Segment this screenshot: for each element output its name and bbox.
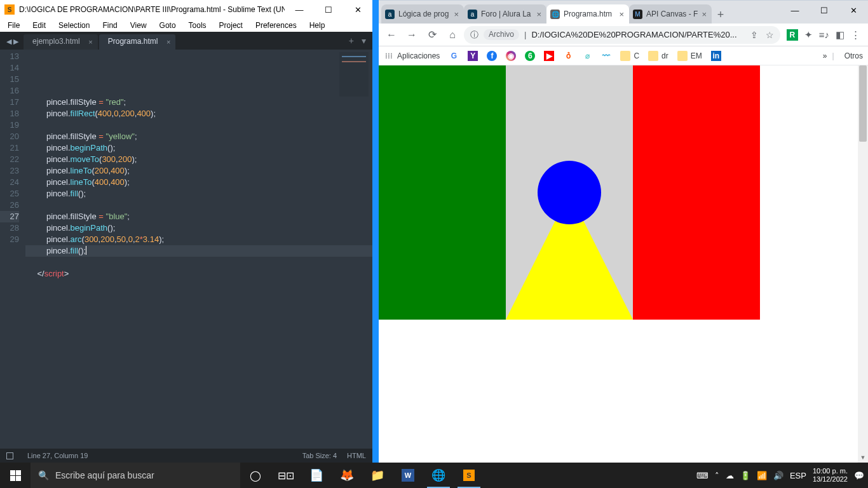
vertical-scrollbar[interactable]: ▲ ▼ bbox=[858, 65, 868, 463]
apps-shortcut[interactable]: ⁞⁞⁞ Aplicaciones bbox=[384, 51, 440, 61]
bookmark-item[interactable]: G bbox=[449, 51, 459, 61]
editor-tab-ejemplo3[interactable]: ejemplo3.html × bbox=[24, 34, 98, 50]
new-tab-button[interactable]: + bbox=[349, 36, 354, 46]
bookmark-item[interactable]: 6 bbox=[525, 51, 535, 61]
scroll-down-icon[interactable]: ▼ bbox=[858, 452, 868, 463]
bookmark-item[interactable]: C bbox=[620, 51, 639, 61]
extensions-area: R ✦ ≡♪ ◧ ⋮ bbox=[783, 29, 864, 41]
menu-project[interactable]: Project bbox=[214, 20, 248, 31]
status-syntax[interactable]: HTML bbox=[347, 452, 366, 459]
menu-selection[interactable]: Selection bbox=[53, 20, 95, 31]
taskbar-app-firefox[interactable]: 🦊 bbox=[332, 463, 362, 488]
bookmark-item[interactable]: dr bbox=[648, 51, 668, 61]
tab-overflow-button[interactable]: ▾ bbox=[362, 36, 366, 46]
tab-label: ejemplo3.html bbox=[32, 37, 80, 46]
editor-tab-programa[interactable]: Programa.html × bbox=[99, 34, 176, 50]
onedrive-icon[interactable]: ☁ bbox=[726, 471, 734, 480]
home-button[interactable]: ⌂ bbox=[444, 26, 461, 44]
side-panel-icon[interactable]: ◧ bbox=[836, 29, 844, 41]
menu-view[interactable]: View bbox=[125, 20, 152, 31]
menu-find[interactable]: Find bbox=[97, 20, 122, 31]
browser-tab[interactable]: 🌐Programa.htm× bbox=[546, 4, 629, 24]
browser-tab[interactable]: MAPI Canvas - F× bbox=[629, 4, 712, 24]
tab-close-icon[interactable]: × bbox=[535, 10, 543, 19]
site-info-icon[interactable]: ⓘ bbox=[470, 29, 478, 41]
other-bookmarks-label[interactable]: Otros bbox=[844, 51, 863, 60]
bookmark-item[interactable]: f bbox=[487, 51, 497, 61]
minimize-button[interactable]: — bbox=[780, 1, 810, 20]
tab-close-icon[interactable]: × bbox=[452, 10, 460, 19]
bookmark-item[interactable]: ▶ bbox=[544, 51, 554, 61]
status-caret[interactable]: Line 27, Column 19 bbox=[27, 452, 88, 459]
bookmark-item[interactable]: 〰 bbox=[601, 51, 611, 61]
line-gutter[interactable]: 1314151617181920212223242526272829 bbox=[0, 50, 25, 449]
bookmark-item[interactable]: ⌀ bbox=[582, 51, 592, 61]
extensions-puzzle-icon[interactable]: ✦ bbox=[804, 29, 813, 41]
bookmark-item[interactable]: ◉ bbox=[506, 51, 516, 61]
extension-r-icon[interactable]: R bbox=[787, 29, 798, 41]
tray-overflow-icon[interactable]: ˄ bbox=[715, 471, 719, 480]
tray-clock[interactable]: 10:00 p. m. 13/12/2022 bbox=[813, 467, 848, 484]
code-editor[interactable]: pincel.fillStyle = "red"; pincel.fillRec… bbox=[25, 50, 372, 449]
url-text: D:/IOGICA%20DE%20PROGRAMACION/PARTE%20..… bbox=[531, 30, 736, 39]
address-bar[interactable]: ⓘ Archivo | D:/IOGICA%20DE%20PROGRAMACIO… bbox=[464, 26, 780, 44]
tab-history-nav[interactable]: ◀ ▶ bbox=[4, 37, 24, 50]
taskbar-app-cortana[interactable]: ⊟⊡ bbox=[271, 463, 301, 488]
reload-button[interactable]: ⟳ bbox=[423, 26, 441, 44]
tab-title: Lógica de prog bbox=[398, 10, 449, 18]
volume-icon[interactable]: 🔊 bbox=[773, 471, 783, 480]
bookmark-item[interactable]: in bbox=[711, 51, 721, 61]
menu-help[interactable]: Help bbox=[304, 20, 330, 31]
bookmark-favicon: Y bbox=[468, 51, 478, 61]
window-splitter[interactable] bbox=[372, 0, 379, 463]
action-center-icon[interactable]: 💬 bbox=[854, 471, 864, 480]
taskbar-app-explorer[interactable]: 📁 bbox=[362, 463, 393, 488]
taskbar-app-notepad[interactable]: 📄 bbox=[301, 463, 332, 488]
browser-tab[interactable]: aForo | Alura La× bbox=[464, 4, 546, 24]
menu-file[interactable]: File bbox=[3, 20, 25, 31]
chrome-menu-icon[interactable]: ⋮ bbox=[851, 29, 860, 41]
menu-goto[interactable]: Goto bbox=[154, 20, 181, 31]
forward-button[interactable]: → bbox=[403, 26, 421, 44]
bookmark-star-icon[interactable]: ☆ bbox=[766, 30, 774, 40]
close-button[interactable]: ✕ bbox=[839, 1, 868, 20]
scroll-thumb[interactable] bbox=[859, 65, 867, 142]
input-language[interactable]: ESP bbox=[790, 471, 806, 480]
bookmark-item[interactable]: EM bbox=[677, 51, 702, 61]
sublime-titlebar[interactable]: S D:\IOGICA DE PROGRAMACION\PARTE III\Pr… bbox=[0, 0, 372, 19]
status-panel-toggle-icon[interactable] bbox=[6, 452, 13, 459]
maximize-button[interactable]: ☐ bbox=[810, 1, 839, 20]
touch-keyboard-icon[interactable]: ⌨ bbox=[696, 471, 709, 480]
taskbar-search[interactable]: 🔍 Escribe aquí para buscar bbox=[31, 463, 240, 488]
menu-preferences[interactable]: Preferences bbox=[250, 20, 302, 31]
close-button[interactable]: ✕ bbox=[343, 0, 372, 19]
tab-close-icon[interactable]: × bbox=[88, 38, 92, 46]
minimize-button[interactable]: — bbox=[285, 0, 314, 19]
wifi-icon[interactable]: 📶 bbox=[757, 471, 767, 480]
maximize-button[interactable]: ☐ bbox=[314, 0, 343, 19]
battery-icon[interactable]: 🔋 bbox=[740, 471, 750, 480]
bookmark-favicon: 6 bbox=[525, 51, 535, 61]
bookmark-item[interactable]: ỏ bbox=[563, 51, 573, 61]
back-button[interactable]: ← bbox=[383, 26, 400, 44]
menu-edit[interactable]: Edit bbox=[27, 20, 51, 31]
start-button[interactable] bbox=[0, 463, 31, 488]
menu-tools[interactable]: Tools bbox=[184, 20, 212, 31]
taskbar-app-word[interactable]: W bbox=[393, 463, 423, 488]
bookmarks-overflow-icon[interactable]: » bbox=[823, 51, 827, 60]
minimap[interactable] bbox=[339, 52, 369, 97]
media-control-icon[interactable]: ≡♪ bbox=[819, 29, 829, 40]
folder-icon bbox=[620, 51, 630, 61]
task-view-button[interactable]: ◯ bbox=[240, 463, 271, 488]
tab-close-icon[interactable]: × bbox=[166, 38, 170, 46]
new-tab-button[interactable]: + bbox=[712, 6, 729, 24]
browser-tab[interactable]: aLógica de prog× bbox=[381, 4, 464, 24]
share-icon[interactable]: ⇪ bbox=[750, 30, 758, 40]
page-viewport[interactable] bbox=[379, 65, 868, 463]
taskbar-app-sublime[interactable]: S bbox=[454, 463, 484, 488]
tab-close-icon[interactable]: × bbox=[618, 10, 625, 19]
status-indent[interactable]: Tab Size: 4 bbox=[302, 452, 337, 459]
taskbar-app-chrome[interactable]: 🌐 bbox=[423, 463, 454, 488]
bookmark-item[interactable]: Y bbox=[468, 51, 478, 61]
tab-close-icon[interactable]: × bbox=[700, 10, 708, 19]
